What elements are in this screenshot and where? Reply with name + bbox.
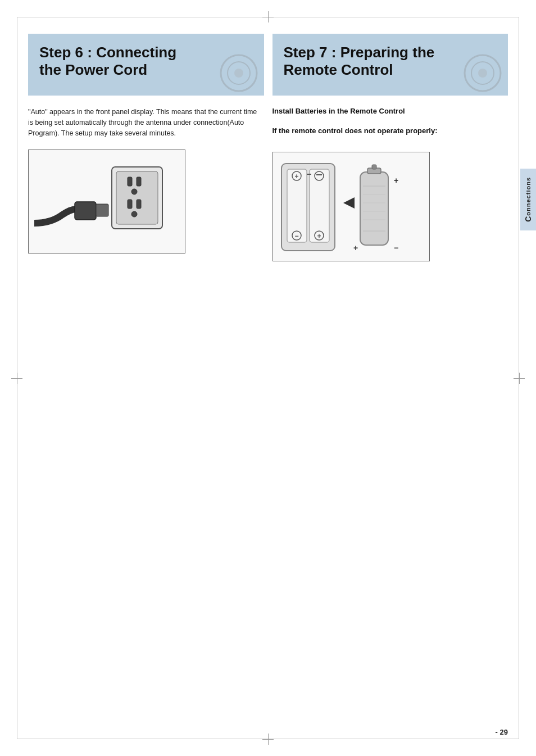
crosshair-middle-left bbox=[11, 373, 22, 384]
step7-header-icon bbox=[463, 53, 502, 93]
svg-rect-11 bbox=[137, 177, 141, 186]
svg-rect-26 bbox=[307, 174, 311, 175]
step7-header: Step 7 : Preparing the Remote Control bbox=[272, 34, 508, 96]
headers-row: Step 6 : Connecting the Power Cord Step … bbox=[28, 34, 508, 96]
main-content: Step 6 : Connecting the Power Cord Step … bbox=[28, 34, 508, 722]
svg-marker-28 bbox=[343, 197, 355, 209]
svg-text:−: − bbox=[394, 243, 398, 252]
svg-rect-13 bbox=[128, 200, 132, 209]
power-cord-illustration bbox=[28, 150, 185, 253]
battery-illustration: + − + bbox=[272, 152, 430, 261]
svg-text:+: + bbox=[394, 176, 398, 185]
svg-point-5 bbox=[478, 69, 487, 78]
svg-rect-29 bbox=[360, 172, 388, 245]
right-column: Install Batteries in the Remote Control … bbox=[272, 107, 508, 261]
svg-rect-10 bbox=[128, 177, 132, 186]
svg-text:+: + bbox=[317, 232, 321, 240]
svg-point-15 bbox=[131, 211, 137, 217]
left-column: "Auto" appears in the front panel displa… bbox=[28, 107, 264, 261]
svg-text:+: + bbox=[294, 173, 298, 180]
crosshair-middle-right bbox=[514, 373, 525, 384]
step6-header-icon bbox=[219, 53, 258, 93]
svg-text:−: − bbox=[294, 232, 298, 240]
crosshair-bottom bbox=[262, 734, 274, 745]
step6-body-text: "Auto" appears in the front panel displa… bbox=[28, 107, 264, 138]
step7-subtitle2: If the remote control does not operate p… bbox=[272, 126, 508, 135]
svg-point-12 bbox=[131, 189, 137, 194]
crosshair-top bbox=[262, 11, 274, 22]
svg-text:+: + bbox=[353, 243, 358, 252]
page-number: - 29 bbox=[496, 728, 508, 736]
battery-svg: + − + bbox=[273, 152, 430, 261]
connections-sidebar-label: Connections bbox=[524, 177, 533, 222]
svg-rect-6 bbox=[75, 202, 96, 220]
svg-rect-31 bbox=[372, 165, 376, 169]
connections-sidebar: Connections bbox=[520, 169, 536, 230]
step7-subtitle1: Install Batteries in the Remote Control bbox=[272, 107, 508, 115]
svg-rect-14 bbox=[137, 200, 141, 209]
svg-point-2 bbox=[234, 69, 243, 78]
content-row: "Auto" appears in the front panel displa… bbox=[28, 107, 508, 261]
step6-header: Step 6 : Connecting the Power Cord bbox=[28, 34, 264, 96]
power-outlet-svg bbox=[106, 161, 168, 234]
